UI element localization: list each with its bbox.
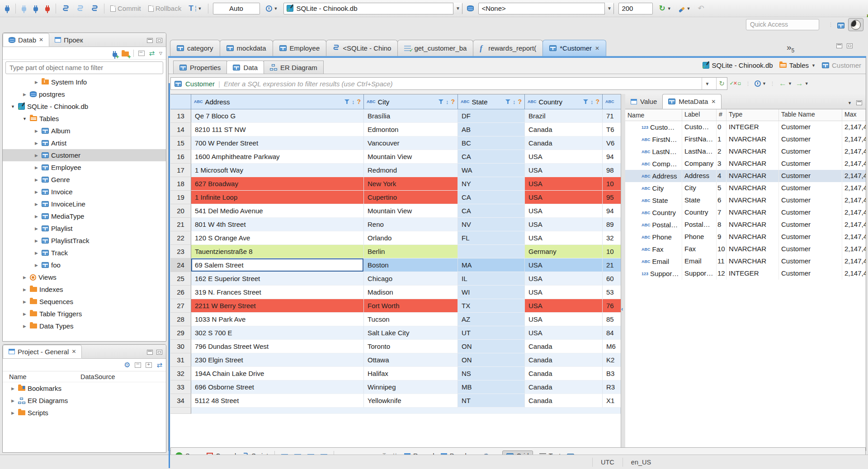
cell-address[interactable]: 541 Del Medio Avenue: [191, 204, 364, 218]
tree-item-invoice[interactable]: ▶Invoice: [3, 186, 166, 198]
connection-combo-dropdown[interactable]: ▼: [453, 3, 462, 14]
cell-country[interactable]: USA: [525, 272, 603, 286]
cell-address[interactable]: Qe 7 Bloco G: [191, 109, 364, 123]
metadata-column-type[interactable]: Type: [726, 109, 779, 121]
cell-city[interactable]: Cupertino: [364, 191, 458, 204]
sort-icon[interactable]: ↕: [590, 98, 594, 105]
cell-city[interactable]: Winnipeg: [364, 380, 458, 394]
cell-country[interactable]: USA: [525, 164, 603, 177]
expand-icon[interactable]: ▶: [33, 141, 39, 145]
cell-city[interactable]: Brasília: [364, 109, 458, 123]
expand-icon[interactable]: ▶: [33, 214, 39, 219]
cell-state[interactable]: CA: [458, 204, 525, 218]
expand-icon[interactable]: ▶: [22, 275, 28, 280]
breadcrumb-tables[interactable]: Tables▼: [779, 61, 816, 69]
expand-all-button[interactable]: [146, 362, 152, 368]
cell-country[interactable]: Brazil: [525, 109, 603, 123]
cell-address[interactable]: 796 Dundas Street West: [191, 340, 364, 353]
cell-address[interactable]: Tauentzienstraße 8: [191, 245, 364, 258]
cell-country[interactable]: USA: [525, 150, 603, 164]
cell-country[interactable]: Canada: [525, 367, 603, 380]
editor-tab--customer[interactable]: *Customer✕: [542, 40, 606, 56]
cell-postal-clipped[interactable]: 32: [603, 231, 621, 245]
cell-address[interactable]: 696 Osborne Street: [191, 380, 364, 394]
cell-country[interactable]: USA: [525, 258, 603, 272]
commit-mode-combo[interactable]: Auto: [213, 3, 260, 14]
cell-state[interactable]: UT: [458, 326, 525, 340]
cell-address[interactable]: 1033 N Park Ave: [191, 313, 364, 326]
tree-item-genre[interactable]: ▶Genre: [3, 174, 166, 186]
tree-item-tables[interactable]: ▼Tables: [3, 113, 166, 125]
row-number[interactable]: 29: [170, 326, 191, 340]
cell-city[interactable]: Madison: [364, 286, 458, 299]
cell-state[interactable]: IL: [458, 272, 525, 286]
cell-address[interactable]: 700 W Pender Street: [191, 136, 364, 150]
cell-country[interactable]: USA: [525, 313, 603, 326]
maximize-editor-button[interactable]: [847, 43, 853, 48]
row-number[interactable]: 25: [170, 272, 191, 286]
cell-postal-clipped[interactable]: M6: [603, 340, 621, 353]
cell-address[interactable]: 1 Microsoft Way: [191, 164, 364, 177]
cell-city[interactable]: Orlando: [364, 231, 458, 245]
cell-country[interactable]: Germany: [525, 245, 603, 258]
cell-state[interactable]: AZ: [458, 313, 525, 326]
row-number[interactable]: 30: [170, 340, 191, 353]
row-number[interactable]: 13: [170, 109, 191, 123]
metadata-column-table-name[interactable]: Table Name: [779, 109, 842, 121]
cell-state[interactable]: CA: [458, 191, 525, 204]
cell-city[interactable]: Reno: [364, 218, 458, 231]
tab-project-general[interactable]: Project - General ✕: [3, 345, 82, 358]
collapse-all-button[interactable]: [135, 362, 141, 368]
metadata-column-name[interactable]: Name: [625, 109, 682, 121]
cell-country[interactable]: Canada: [525, 123, 603, 136]
expand-icon[interactable]: ▶: [33, 153, 39, 158]
cell-city[interactable]: Mountain View: [364, 204, 458, 218]
cell-address[interactable]: 194A Chain Lake Drive: [191, 367, 364, 380]
cell-state[interactable]: WA: [458, 164, 525, 177]
commit-button[interactable]: Commit: [109, 4, 142, 13]
tree-item-foo[interactable]: ▶foo: [3, 259, 166, 271]
cell-state[interactable]: ON: [458, 340, 525, 353]
metadata-column-max[interactable]: Max: [842, 109, 866, 121]
cell-city[interactable]: Boston: [364, 258, 458, 272]
tree-item-postgres[interactable]: ▶postgres: [3, 88, 166, 100]
metadata-row-postalcode[interactable]: ABCPostalCodePostalCode8NVARCHARCustomer…: [625, 219, 866, 231]
cell-state[interactable]: AB: [458, 123, 525, 136]
cell-city[interactable]: Salt Lake City: [364, 326, 458, 340]
expand-icon[interactable]: ▶: [22, 312, 28, 316]
row-number[interactable]: 32: [170, 367, 191, 380]
metadata-row-phone[interactable]: ABCPhonePhone9NVARCHARCustomer2,147,483,…: [625, 231, 866, 243]
cell-city[interactable]: Tucson: [364, 313, 458, 326]
cell-country[interactable]: USA: [525, 231, 603, 245]
cell-postal-clipped[interactable]: 60: [603, 272, 621, 286]
cell-city[interactable]: Halifax: [364, 367, 458, 380]
minimize-panel-button[interactable]: [147, 350, 153, 355]
cell-address[interactable]: 69 Salem Street: [191, 258, 364, 272]
cell-postal-clipped[interactable]: 10: [603, 245, 621, 258]
maximize-panel-button[interactable]: [156, 38, 162, 43]
sql-editor-button[interactable]: [61, 4, 71, 14]
cell-address[interactable]: 1 Infinite Loop: [191, 191, 364, 204]
row-number[interactable]: 19: [170, 191, 191, 204]
cell-state[interactable]: NS: [458, 367, 525, 380]
chevron-down-icon[interactable]: ▼: [811, 63, 816, 68]
cell-postal-clipped[interactable]: 89: [603, 218, 621, 231]
cell-city[interactable]: New York: [364, 177, 458, 191]
row-number[interactable]: 33: [170, 380, 191, 394]
row-number[interactable]: 23: [170, 245, 191, 258]
cell-country[interactable]: Canada: [525, 136, 603, 150]
panel-menu-button[interactable]: ▼: [848, 101, 852, 105]
cell-postal-clipped[interactable]: 85: [603, 313, 621, 326]
cell-address[interactable]: 2211 W Berry Street: [191, 299, 364, 313]
cell-address[interactable]: 319 N. Frances Street: [191, 286, 364, 299]
tree-item-playlist[interactable]: ▶Playlist: [3, 222, 166, 234]
filter-expression-input[interactable]: Customer | Enter a SQL expression to fil…: [170, 77, 727, 90]
row-number[interactable]: 16: [170, 150, 191, 164]
nav-forward-button[interactable]: →▼: [796, 79, 809, 88]
expand-icon[interactable]: ▶: [33, 239, 39, 243]
expand-icon[interactable]: ▶: [10, 386, 16, 391]
subtab-data[interactable]: Data: [226, 61, 264, 74]
tree-item-indexes[interactable]: ▶Indexes: [3, 283, 166, 295]
object-filter-input[interactable]: [5, 61, 163, 74]
row-number[interactable]: 20: [170, 204, 191, 218]
